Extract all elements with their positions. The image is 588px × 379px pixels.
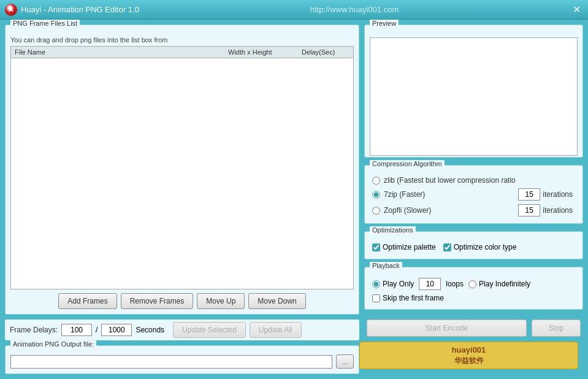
start-encode-button: Start Encode (367, 320, 527, 337)
playback-row1: Play Only loops Play Indefinitely (370, 276, 578, 292)
play-only-option[interactable]: Play Only (372, 280, 414, 288)
colortype-label: Optimize color type (454, 243, 517, 251)
output-file-input[interactable] (10, 355, 332, 369)
add-frames-button[interactable]: Add Frames (58, 293, 116, 309)
update-all-button: Update All (250, 322, 302, 338)
optimizations-row: Optimize palette Optimize color type (370, 240, 578, 254)
output-row: ... (10, 354, 354, 369)
7zip-label: 7zip (Faster) (384, 190, 425, 199)
play-indefinitely-radio[interactable] (468, 280, 476, 288)
colortype-option[interactable]: Optimize color type (443, 243, 517, 251)
delay-separator: / (96, 326, 97, 334)
output-file-group: Animation PNG Output file: ... (5, 345, 359, 374)
watermark-line1: huayi001 (365, 345, 573, 356)
7zip-iter: iterations (518, 188, 575, 201)
skip-first-frame-option[interactable]: Skip the first frame (372, 294, 444, 302)
play-indefinitely-option[interactable]: Play Indefinitely (468, 280, 530, 288)
app-title: Huayi - Animation PNG Editor 1.0 (21, 5, 139, 14)
output-file-label: Animation PNG Output file: (10, 340, 96, 348)
app-url: http://www.huayi001.com (139, 5, 570, 14)
zlib-radio[interactable] (372, 177, 380, 185)
colortype-checkbox[interactable] (443, 243, 451, 251)
loops-input[interactable] (419, 278, 441, 290)
col-delay: Delay(Sec) (298, 48, 353, 56)
move-down-button[interactable]: Move Down (248, 293, 305, 309)
palette-option[interactable]: Optimize palette (372, 243, 436, 251)
main-content: PNG Frame Files List You can drag and dr… (0, 20, 588, 379)
loops-label: loops (446, 280, 464, 288)
playback-group: Playback Play Only loops Play Indefinite… (364, 267, 583, 310)
frame-buttons-row: Add Frames Remove Frames Move Up Move Do… (10, 293, 354, 309)
playback-title: Playback (370, 262, 402, 269)
compression-title: Compression Algorithm (370, 160, 445, 167)
play-only-radio[interactable] (372, 280, 380, 288)
zopfli-label: Zopfli (Slower) (384, 206, 431, 215)
preview-group: Preview (364, 25, 583, 158)
stop-button: Stop (532, 320, 581, 337)
watermark: huayi001 华益软件 (359, 342, 578, 369)
file-list-group: PNG Frame Files List You can drag and dr… (5, 25, 359, 315)
palette-checkbox[interactable] (372, 243, 380, 251)
file-table-header: File Name Width x Height Delay(Sec) (11, 47, 353, 58)
zopfli-radio[interactable] (372, 207, 380, 215)
optimizations-title: Optimizations (370, 226, 416, 234)
zopfli-iter: iterations (518, 204, 575, 216)
move-up-button[interactable]: Move Up (197, 293, 245, 309)
play-indefinitely-label: Play Indefinitely (479, 280, 530, 288)
zlib-label: zlib (Fastest but lower compression rati… (384, 176, 516, 185)
col-filename: File Name (11, 48, 224, 56)
zopfli-iterations-label: iterations (543, 206, 573, 215)
optimizations-group: Optimizations Optimize palette Optimize … (364, 231, 583, 259)
skip-first-frame-label: Skip the first frame (383, 294, 444, 302)
playback-row2: Skip the first frame (370, 292, 578, 304)
preview-title: Preview (370, 20, 399, 27)
file-list-title: PNG Frame Files List (10, 20, 80, 27)
left-panel: PNG Frame Files List You can drag and dr… (5, 25, 359, 374)
preview-area (370, 37, 578, 156)
play-only-label: Play Only (383, 280, 414, 288)
col-size: Width x Height (224, 48, 298, 56)
zopfli-row: Zopfli (Slower) iterations (370, 202, 578, 218)
title-bar-left: A Huayi - Animation PNG Editor 1.0 (5, 4, 139, 16)
update-selected-button: Update Selected (173, 322, 246, 338)
frame-delays-label: Frame Delays: (10, 326, 58, 334)
delay-unit: Seconds (136, 326, 164, 334)
7zip-iterations-label: iterations (543, 190, 573, 199)
app-logo: A (5, 4, 17, 16)
7zip-iterations-input[interactable] (518, 188, 540, 201)
zopfli-iterations-input[interactable] (518, 204, 540, 216)
encode-row: Start Encode Stop (364, 317, 583, 339)
file-list-description: You can drag and drop png files into the… (10, 36, 354, 44)
right-panel: Preview Compression Algorithm zlib (Fast… (359, 25, 583, 374)
palette-label: Optimize palette (383, 243, 436, 251)
file-table-container[interactable]: File Name Width x Height Delay(Sec) (10, 46, 354, 289)
remove-frames-button[interactable]: Remove Frames (121, 293, 194, 309)
7zip-radio[interactable] (372, 191, 380, 199)
skip-first-frame-checkbox[interactable] (372, 294, 380, 302)
frame-delays-row: Frame Delays: / Seconds Update Selected … (5, 320, 359, 340)
7zip-row: 7zip (Faster) iterations (370, 186, 578, 202)
frame-delay-value1[interactable] (61, 324, 92, 336)
close-button[interactable]: ✕ (570, 3, 583, 17)
browse-button[interactable]: ... (336, 354, 354, 369)
compression-group: Compression Algorithm zlib (Fastest but … (364, 165, 583, 224)
title-bar: A Huayi - Animation PNG Editor 1.0 http:… (0, 0, 588, 20)
frame-delay-value2[interactable] (101, 324, 132, 336)
watermark-line2: 华益软件 (365, 356, 573, 366)
zlib-row: zlib (Fastest but lower compression rati… (370, 174, 578, 186)
